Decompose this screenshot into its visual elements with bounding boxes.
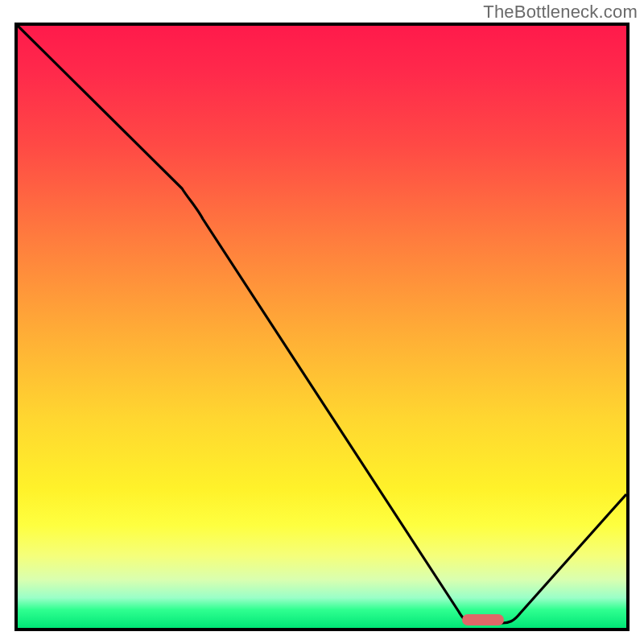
attribution-text: TheBottleneck.com	[483, 2, 638, 23]
chart-background-gradient	[18, 26, 626, 628]
optimum-marker	[462, 614, 504, 625]
chart-frame	[14, 23, 630, 631]
